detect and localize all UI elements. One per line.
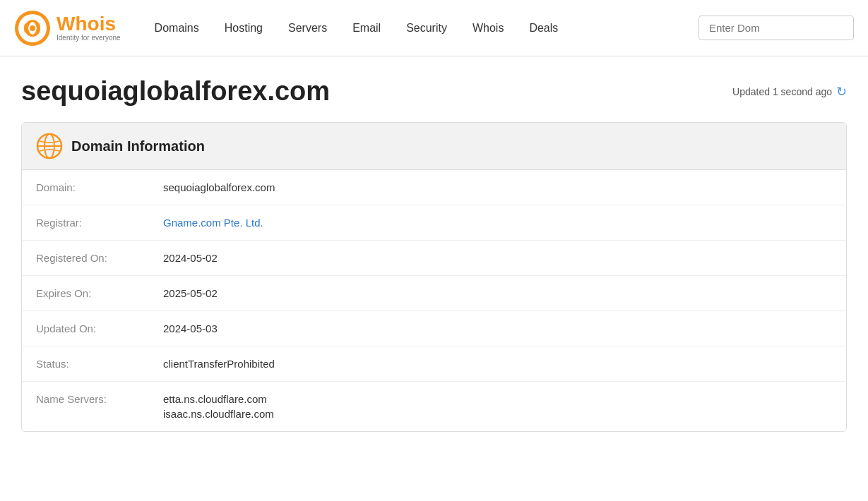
main-content: sequoiaglobalforex.com Updated 1 second … (0, 56, 868, 460)
nav-item-security[interactable]: Security (393, 0, 460, 56)
registrar-link[interactable]: Gname.com Pte. Ltd. (163, 217, 263, 229)
value-status: clientTransferProhibited (163, 358, 275, 370)
label-status: Status: (36, 358, 163, 370)
label-registrar: Registrar: (36, 217, 163, 229)
updated-text: Updated 1 second ago (732, 86, 832, 97)
label-domain: Domain: (36, 181, 163, 193)
logo-icon (14, 10, 51, 47)
value-domain: sequoiaglobalforex.com (163, 181, 275, 193)
search-wrapper (698, 16, 854, 40)
nav-item-whois[interactable]: Whois (460, 0, 516, 56)
value-registered-on: 2024-05-02 (163, 252, 218, 264)
domain-title-row: sequoiaglobalforex.com Updated 1 second … (21, 76, 847, 107)
nav-item-hosting[interactable]: Hosting (212, 0, 275, 56)
row-registrar: Registrar: Gname.com Pte. Ltd. (22, 205, 846, 241)
row-domain: Domain: sequoiaglobalforex.com (22, 170, 846, 205)
main-nav: Domains Hosting Servers Email Security W… (142, 0, 698, 56)
value-registrar: Gname.com Pte. Ltd. (163, 217, 263, 229)
updated-info: Updated 1 second ago ↻ (732, 84, 847, 99)
label-name-servers: Name Servers: (36, 393, 163, 405)
nav-item-servers[interactable]: Servers (275, 0, 340, 56)
site-header: Whois Identity for everyone Domains Host… (0, 0, 868, 56)
card-header: Domain Information (22, 123, 846, 170)
value-updated-on: 2024-05-03 (163, 322, 218, 334)
refresh-icon[interactable]: ↻ (836, 84, 847, 99)
card-header-title: Domain Information (71, 138, 205, 155)
svg-point-2 (30, 25, 35, 31)
label-registered-on: Registered On: (36, 252, 163, 264)
nav-item-domains[interactable]: Domains (142, 0, 212, 56)
row-name-servers: Name Servers: etta.ns.cloudflare.com isa… (22, 382, 846, 431)
nav-item-deals[interactable]: Deals (516, 0, 571, 56)
logo-text-group: Whois Identity for everyone (57, 14, 121, 42)
logo-tagline-text: Identity for everyone (57, 34, 121, 42)
www-icon (36, 133, 63, 159)
label-expires-on: Expires On: (36, 287, 163, 299)
search-input[interactable] (709, 22, 843, 34)
value-expires-on: 2025-05-02 (163, 287, 218, 299)
domain-card: Domain Information Domain: sequoiaglobal… (21, 122, 847, 432)
ns-2: isaac.ns.cloudflare.com (163, 408, 274, 420)
value-name-servers: etta.ns.cloudflare.com isaac.ns.cloudfla… (163, 393, 274, 420)
ns-1: etta.ns.cloudflare.com (163, 393, 274, 405)
row-expires-on: Expires On: 2025-05-02 (22, 276, 846, 311)
row-registered-on: Registered On: 2024-05-02 (22, 241, 846, 276)
nav-item-email[interactable]: Email (340, 0, 393, 56)
row-updated-on: Updated On: 2024-05-03 (22, 311, 846, 346)
row-status: Status: clientTransferProhibited (22, 346, 846, 382)
label-updated-on: Updated On: (36, 322, 163, 334)
domain-title: sequoiaglobalforex.com (21, 76, 330, 107)
logo-whois-text: Whois (57, 14, 121, 34)
logo-link[interactable]: Whois Identity for everyone (14, 10, 121, 47)
